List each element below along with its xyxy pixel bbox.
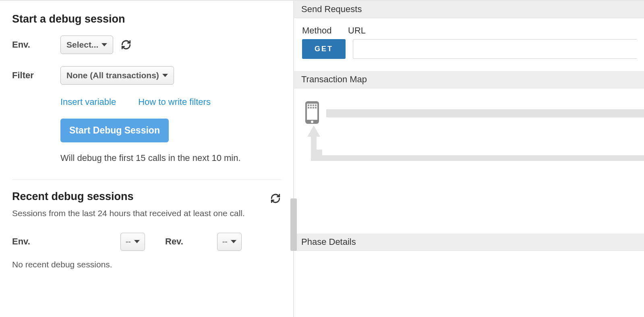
how-to-write-filters-link[interactable]: How to write filters: [138, 97, 211, 107]
caret-down-icon: [231, 240, 236, 243]
method-select-button[interactable]: GET: [302, 39, 346, 59]
env-label: Env.: [12, 40, 60, 50]
flow-arrow-icon: [307, 125, 320, 137]
transaction-map-body: [294, 88, 644, 234]
recent-env-value: --: [126, 237, 131, 246]
recent-env-label: Env.: [12, 236, 30, 247]
recent-refresh-icon[interactable]: [270, 193, 281, 204]
filter-select-value: None (All transactions): [66, 71, 159, 80]
svg-rect-8: [313, 107, 314, 108]
url-label: URL: [348, 25, 366, 36]
section-divider: [12, 179, 281, 180]
no-recent-sessions-text: No recent debug sessions.: [12, 260, 281, 269]
phone-icon: [304, 100, 321, 125]
phase-details-body: [294, 251, 644, 317]
env-select-dropdown[interactable]: Select...: [60, 35, 113, 54]
svg-rect-6: [308, 107, 309, 108]
svg-rect-9: [315, 107, 317, 108]
svg-point-10: [311, 121, 313, 123]
svg-rect-4: [313, 104, 314, 106]
filter-select-dropdown[interactable]: None (All transactions): [60, 66, 174, 85]
transaction-map-header: Transaction Map: [294, 71, 644, 88]
url-input[interactable]: [353, 39, 637, 59]
method-label: Method: [302, 25, 341, 36]
svg-rect-7: [310, 107, 312, 108]
flow-request-bar: [326, 109, 644, 117]
phase-details-header: Phase Details: [294, 234, 644, 251]
recent-rev-dropdown[interactable]: --: [217, 233, 242, 251]
start-debug-session-button[interactable]: Start Debug Session: [60, 119, 169, 142]
recent-rev-label: Rev.: [165, 236, 183, 247]
caret-down-icon: [134, 240, 140, 243]
insert-variable-link[interactable]: Insert variable: [60, 97, 116, 107]
start-debug-hint: Will debug the first 15 calls in the nex…: [60, 153, 281, 163]
filter-label: Filter: [12, 70, 60, 81]
svg-rect-5: [315, 104, 317, 106]
start-debug-title: Start a debug session: [12, 13, 281, 25]
caret-down-icon: [101, 43, 107, 46]
recent-sessions-title: Recent debug sessions: [12, 190, 134, 203]
flow-return-bar: [311, 155, 644, 161]
send-requests-header: Send Requests: [294, 1, 644, 18]
svg-rect-2: [308, 104, 309, 106]
recent-sessions-subtext: Sessions from the last 24 hours that rec…: [12, 206, 281, 221]
recent-rev-value: --: [222, 237, 228, 246]
svg-rect-3: [310, 104, 312, 106]
recent-env-dropdown[interactable]: --: [120, 233, 145, 251]
env-select-value: Select...: [66, 40, 98, 50]
caret-down-icon: [162, 74, 168, 77]
env-refresh-icon[interactable]: [120, 39, 132, 50]
